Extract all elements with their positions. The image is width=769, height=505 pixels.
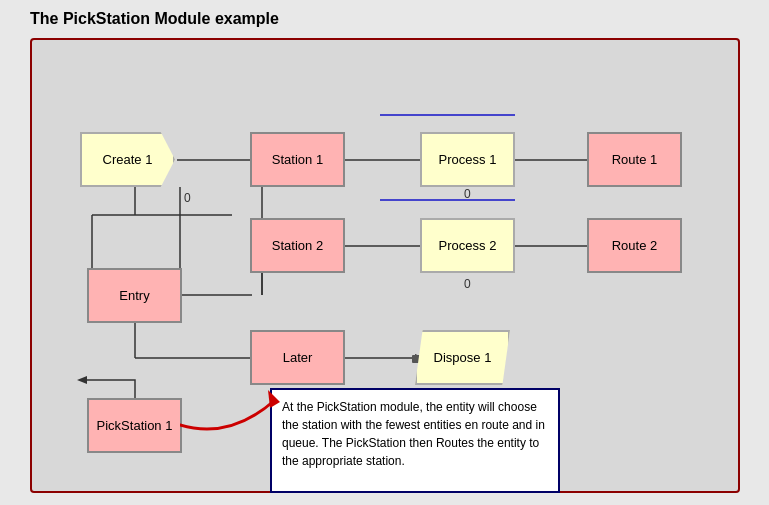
later-module[interactable]: Later bbox=[250, 330, 345, 385]
pickstation-arrow-svg bbox=[180, 380, 280, 440]
process1-label: Process 1 bbox=[439, 152, 497, 167]
pickstation1-label: PickStation 1 bbox=[97, 418, 173, 433]
entry-module[interactable]: Entry bbox=[87, 268, 182, 323]
station1-label: Station 1 bbox=[272, 152, 323, 167]
dispose1-label: Dispose 1 bbox=[434, 350, 492, 365]
route1-module[interactable]: Route 1 bbox=[587, 132, 682, 187]
svg-text:0: 0 bbox=[464, 277, 471, 291]
svg-text:0: 0 bbox=[184, 191, 191, 205]
dispose1-module[interactable]: Dispose 1 bbox=[415, 330, 510, 385]
station2-module[interactable]: Station 2 bbox=[250, 218, 345, 273]
route2-label: Route 2 bbox=[612, 238, 658, 253]
create1-module[interactable]: Create 1 bbox=[80, 132, 175, 187]
process2-label: Process 2 bbox=[439, 238, 497, 253]
station2-label: Station 2 bbox=[272, 238, 323, 253]
later-label: Later bbox=[283, 350, 313, 365]
route1-label: Route 1 bbox=[612, 152, 658, 167]
info-box: At the PickStation module, the entity wi… bbox=[270, 388, 560, 493]
page-title: The PickStation Module example bbox=[30, 10, 279, 28]
station1-module[interactable]: Station 1 bbox=[250, 132, 345, 187]
main-diagram: 0 0 0 0 Create 1 Station 1 Process 1 Rou… bbox=[30, 38, 740, 493]
svg-text:0: 0 bbox=[464, 187, 471, 201]
info-text: At the PickStation module, the entity wi… bbox=[282, 400, 545, 468]
route2-module[interactable]: Route 2 bbox=[587, 218, 682, 273]
process2-module[interactable]: Process 2 bbox=[420, 218, 515, 273]
page: The PickStation Module example bbox=[0, 0, 769, 505]
process1-module[interactable]: Process 1 bbox=[420, 132, 515, 187]
create1-label: Create 1 bbox=[103, 152, 153, 167]
entry-label: Entry bbox=[119, 288, 149, 303]
pickstation1-module[interactable]: PickStation 1 bbox=[87, 398, 182, 453]
svg-marker-24 bbox=[77, 376, 87, 384]
